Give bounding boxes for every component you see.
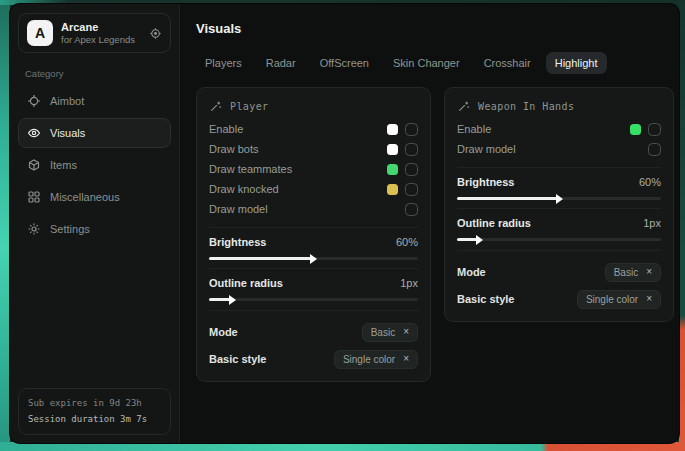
checkbox[interactable] bbox=[405, 143, 418, 156]
sidebar: A Arcane for Apex Legends Category bbox=[10, 4, 180, 443]
slider-thumb[interactable] bbox=[476, 235, 483, 245]
sidebar-item-label: Visuals bbox=[50, 127, 85, 139]
tab-crosshair[interactable]: Crosshair bbox=[475, 52, 540, 74]
color-swatch[interactable] bbox=[387, 164, 398, 175]
app-name: Arcane bbox=[61, 21, 135, 33]
player-panel: Player Enable Draw bots bbox=[196, 87, 431, 382]
basic-style-chip[interactable]: Single color × bbox=[334, 350, 418, 369]
eye-icon bbox=[27, 126, 41, 140]
chip-rows: Mode Basic × Basic style Single color × bbox=[457, 250, 661, 309]
outline-radius-slider[interactable] bbox=[457, 238, 661, 241]
mode-chip[interactable]: Basic × bbox=[362, 323, 418, 342]
row-label: Draw model bbox=[457, 143, 516, 155]
close-icon[interactable]: × bbox=[403, 327, 409, 337]
color-swatch[interactable] bbox=[387, 144, 398, 155]
slider-row-outline-radius: Outline radius 1px bbox=[457, 208, 661, 241]
toggle-row-draw-model: Draw model bbox=[209, 199, 418, 219]
row-label: Draw teammates bbox=[209, 163, 292, 175]
game-background-left bbox=[0, 0, 10, 451]
color-swatch[interactable] bbox=[630, 124, 641, 135]
mode-chip[interactable]: Basic × bbox=[605, 263, 661, 282]
app-meta: Arcane for Apex Legends bbox=[61, 21, 135, 45]
slider-fill bbox=[209, 257, 311, 260]
row-label: Outline radius bbox=[457, 217, 531, 229]
app-window: A Arcane for Apex Legends Category bbox=[10, 4, 679, 443]
wand-icon bbox=[209, 100, 222, 113]
slider-value: 1px bbox=[400, 277, 418, 289]
tab-radar[interactable]: Radar bbox=[257, 52, 305, 74]
sidebar-item-label: Settings bbox=[50, 223, 90, 235]
slider-value: 60% bbox=[396, 236, 418, 248]
toggle-row-draw-model: Draw model bbox=[457, 139, 661, 159]
app-logo: A bbox=[27, 20, 53, 46]
slider-thumb[interactable] bbox=[556, 194, 563, 204]
game-background-bottom bbox=[0, 442, 685, 451]
tab-offscreen[interactable]: OffScreen bbox=[311, 52, 378, 74]
chip-value: Single color bbox=[586, 294, 638, 305]
sidebar-item-settings[interactable]: Settings bbox=[18, 214, 171, 244]
sidebar-item-aimbot[interactable]: Aimbot bbox=[18, 86, 171, 116]
weapon-panel-header: Weapon In Hands bbox=[457, 97, 661, 119]
close-icon[interactable]: × bbox=[646, 267, 652, 277]
chip-value: Basic bbox=[614, 267, 638, 278]
tab-highlight[interactable]: Highlight bbox=[546, 52, 607, 74]
sub-expires-text: Sub expires in 9d 23h bbox=[28, 396, 161, 411]
checkbox[interactable] bbox=[405, 123, 418, 136]
toggle-row-enable: Enable bbox=[457, 119, 661, 139]
toggle-row-draw-knocked: Draw knocked bbox=[209, 179, 418, 199]
slider-value: 60% bbox=[639, 176, 661, 188]
gear-icon bbox=[27, 222, 41, 236]
color-swatch[interactable] bbox=[387, 184, 398, 195]
row-label: Outline radius bbox=[209, 277, 283, 289]
color-swatch[interactable] bbox=[387, 124, 398, 135]
row-label: Mode bbox=[457, 266, 486, 278]
chip-row-mode: Mode Basic × bbox=[209, 322, 418, 342]
weapon-in-hands-panel: Weapon In Hands Enable Draw model bbox=[444, 87, 674, 322]
chip-rows: Mode Basic × Basic style Single color × bbox=[209, 310, 418, 369]
checkbox[interactable] bbox=[648, 143, 661, 156]
main-content: Visuals Players Radar OffScreen Skin Cha… bbox=[180, 4, 679, 443]
checkbox[interactable] bbox=[405, 183, 418, 196]
app-header-card: A Arcane for Apex Legends bbox=[18, 13, 171, 53]
row-label: Brightness bbox=[457, 176, 514, 188]
sidebar-item-items[interactable]: Items bbox=[18, 150, 171, 180]
close-icon[interactable]: × bbox=[646, 294, 652, 304]
slider-thumb[interactable] bbox=[229, 295, 236, 305]
panels: Player Enable Draw bots bbox=[196, 87, 674, 382]
panel-title: Weapon In Hands bbox=[478, 101, 574, 112]
checkbox[interactable] bbox=[405, 163, 418, 176]
tab-skin-changer[interactable]: Skin Changer bbox=[384, 52, 469, 74]
wand-icon bbox=[457, 100, 470, 113]
brightness-slider[interactable] bbox=[209, 257, 418, 260]
sidebar-item-label: Items bbox=[50, 159, 77, 171]
chip-row-mode: Mode Basic × bbox=[457, 262, 661, 282]
session-duration-text: Session duration 3m 7s bbox=[28, 412, 161, 427]
brightness-slider[interactable] bbox=[457, 197, 661, 200]
row-label: Mode bbox=[209, 326, 238, 338]
checkbox[interactable] bbox=[648, 123, 661, 136]
slider-fill bbox=[457, 197, 557, 200]
grid-icon bbox=[27, 190, 41, 204]
slider-fill bbox=[209, 298, 230, 301]
chip-value: Single color bbox=[343, 354, 395, 365]
screen: A Arcane for Apex Legends Category bbox=[0, 0, 685, 451]
outline-radius-slider[interactable] bbox=[209, 298, 418, 301]
row-label: Enable bbox=[457, 123, 491, 135]
slider-thumb[interactable] bbox=[310, 254, 317, 264]
target-icon[interactable] bbox=[149, 27, 162, 40]
page-title: Visuals bbox=[196, 21, 674, 36]
tab-players[interactable]: Players bbox=[196, 52, 251, 74]
toggle-row-draw-bots: Draw bots bbox=[209, 139, 418, 159]
toggle-row-draw-teammates: Draw teammates bbox=[209, 159, 418, 179]
sidebar-item-visuals[interactable]: Visuals bbox=[18, 118, 171, 148]
game-background-right bbox=[679, 0, 685, 451]
sidebar-item-miscellaneous[interactable]: Miscellaneous bbox=[18, 182, 171, 212]
row-label: Brightness bbox=[209, 236, 266, 248]
player-panel-header: Player bbox=[209, 97, 418, 119]
slider-value: 1px bbox=[643, 217, 661, 229]
subscription-card: Sub expires in 9d 23h Session duration 3… bbox=[18, 388, 171, 435]
checkbox[interactable] bbox=[405, 203, 418, 216]
row-label: Basic style bbox=[457, 293, 514, 305]
basic-style-chip[interactable]: Single color × bbox=[577, 290, 661, 309]
close-icon[interactable]: × bbox=[403, 354, 409, 364]
